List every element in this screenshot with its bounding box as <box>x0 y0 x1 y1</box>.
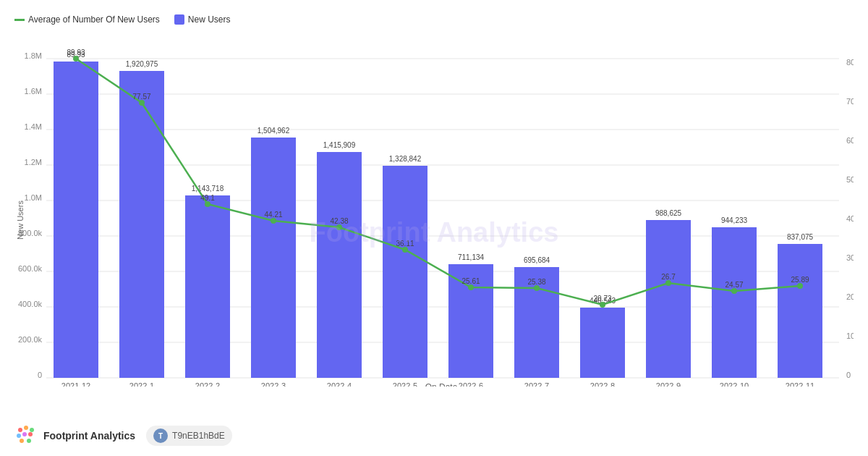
svg-text:2022-11: 2022-11 <box>786 381 814 387</box>
svg-text:On Date: On Date <box>425 382 458 387</box>
avg-dot-2021-12 <box>73 56 79 62</box>
svg-text:600.0k: 600.0k <box>18 264 43 273</box>
svg-text:40: 40 <box>846 214 854 223</box>
svg-point-59 <box>22 432 27 436</box>
svg-text:80: 80 <box>846 58 854 67</box>
svg-text:988,625: 988,625 <box>655 209 682 217</box>
avg-val-2022-6: 25.61 <box>461 277 480 285</box>
svg-text:711,134: 711,134 <box>458 253 485 261</box>
svg-text:1.2M: 1.2M <box>25 158 42 166</box>
avg-dot-2022-8 <box>600 302 605 308</box>
svg-text:695,684: 695,684 <box>524 256 550 264</box>
main-chart: 0 200.0k 400.0k 600.0k 800.0k 1.0M 1.2M … <box>14 32 854 387</box>
bar-2021-12[interactable] <box>54 62 98 378</box>
svg-text:2022-6: 2022-6 <box>459 381 483 387</box>
svg-text:1,328,842: 1,328,842 <box>389 155 422 163</box>
svg-text:20: 20 <box>846 292 854 301</box>
svg-text:1.8M: 1.8M <box>25 51 42 60</box>
legend-avg-color <box>14 19 25 21</box>
legend-new-users-label: New Users <box>188 14 231 25</box>
svg-point-55 <box>18 428 22 432</box>
bar-2022-2[interactable] <box>185 195 230 378</box>
token-circle: T <box>153 428 168 443</box>
svg-text:New Users: New Users <box>16 200 25 240</box>
svg-text:10: 10 <box>846 332 854 340</box>
svg-text:2021-12: 2021-12 <box>61 381 90 387</box>
svg-text:0: 0 <box>846 371 851 379</box>
logo-icon <box>14 424 38 447</box>
svg-text:400.0k: 400.0k <box>18 300 43 308</box>
bar-2022-11[interactable] <box>778 244 822 378</box>
svg-text:200.0k: 200.0k <box>18 335 43 344</box>
token-badge: T T9nEB1hBdE <box>146 426 232 446</box>
footer: Footprint Analytics T T9nEB1hBdE <box>14 424 232 447</box>
svg-text:1,415,909: 1,415,909 <box>323 141 356 149</box>
svg-text:837,075: 837,075 <box>787 233 814 241</box>
avg-val-2022-1: 77.57 <box>132 93 150 101</box>
svg-text:1.4M: 1.4M <box>25 122 42 131</box>
svg-text:2022-9: 2022-9 <box>656 381 681 387</box>
avg-val-2022-2: 49.1 <box>200 194 215 202</box>
svg-text:0: 0 <box>38 371 42 379</box>
bar-2022-5[interactable] <box>383 166 427 378</box>
avg-dot-2022-3 <box>271 218 276 224</box>
chart-container: Average of Number Of New Users New Users… <box>0 0 868 456</box>
svg-text:1,920,975: 1,920,975 <box>126 60 158 68</box>
avg-dot-2022-11 <box>797 283 803 289</box>
svg-text:50: 50 <box>846 175 854 184</box>
avg-dot-2022-6 <box>468 284 474 290</box>
avg-val-2021-12: 89.93 <box>67 48 85 56</box>
svg-point-57 <box>30 428 34 432</box>
svg-text:60: 60 <box>846 136 854 145</box>
legend-avg: Average of Number Of New Users <box>14 14 160 25</box>
avg-val-2022-10: 24.57 <box>725 281 743 289</box>
svg-point-58 <box>17 434 21 438</box>
bar-2022-9[interactable] <box>646 220 691 378</box>
token-id: T9nEB1hBdE <box>172 431 225 441</box>
avg-dot-2022-1 <box>139 100 145 106</box>
avg-dot-2022-9 <box>665 280 671 286</box>
avg-val-2022-8: 20.73 <box>593 295 611 303</box>
legend-avg-label: Average of Number Of New Users <box>28 14 160 25</box>
svg-point-62 <box>27 439 31 443</box>
svg-text:944,233: 944,233 <box>721 216 748 224</box>
avg-val-2022-11: 25.89 <box>791 276 809 284</box>
svg-text:2022-10: 2022-10 <box>720 381 749 387</box>
avg-dot-2022-5 <box>402 247 408 253</box>
svg-text:70: 70 <box>846 97 854 106</box>
svg-text:2022-3: 2022-3 <box>261 381 286 387</box>
logo-area: Footprint Analytics <box>14 424 135 447</box>
svg-text:1.0M: 1.0M <box>25 193 42 202</box>
svg-text:2022-7: 2022-7 <box>524 381 549 387</box>
legend-new-users-color <box>174 14 184 25</box>
bar-2022-1[interactable] <box>119 71 164 378</box>
svg-point-61 <box>20 439 24 443</box>
avg-val-2022-7: 25.38 <box>527 278 545 286</box>
avg-dot-2022-10 <box>731 288 737 294</box>
avg-val-2022-3: 44.21 <box>264 211 282 219</box>
legend-new-users: New Users <box>174 14 231 25</box>
avg-val-2022-9: 26.7 <box>661 273 676 281</box>
logo-text: Footprint Analytics <box>43 430 135 442</box>
bar-2022-3[interactable] <box>251 138 296 378</box>
avg-dot-2022-7 <box>534 285 540 291</box>
svg-text:2022-1: 2022-1 <box>129 381 154 387</box>
svg-text:2022-5: 2022-5 <box>393 381 417 387</box>
bar-2022-4[interactable] <box>317 152 362 378</box>
svg-text:2022-8: 2022-8 <box>590 381 615 387</box>
svg-point-60 <box>28 432 33 436</box>
avg-dot-2022-2 <box>205 201 210 207</box>
svg-text:30: 30 <box>846 253 854 262</box>
svg-point-56 <box>24 426 28 430</box>
svg-text:1.6M: 1.6M <box>25 87 42 96</box>
chart-legend: Average of Number Of New Users New Users <box>14 14 854 25</box>
bar-2022-10[interactable] <box>712 227 757 378</box>
avg-line <box>76 59 800 305</box>
svg-text:2022-4: 2022-4 <box>327 381 352 387</box>
svg-text:2022-2: 2022-2 <box>195 381 220 387</box>
svg-text:1,504,962: 1,504,962 <box>258 127 290 135</box>
bar-2022-8[interactable] <box>580 308 625 378</box>
watermark: Footprint Analytics <box>310 217 559 248</box>
